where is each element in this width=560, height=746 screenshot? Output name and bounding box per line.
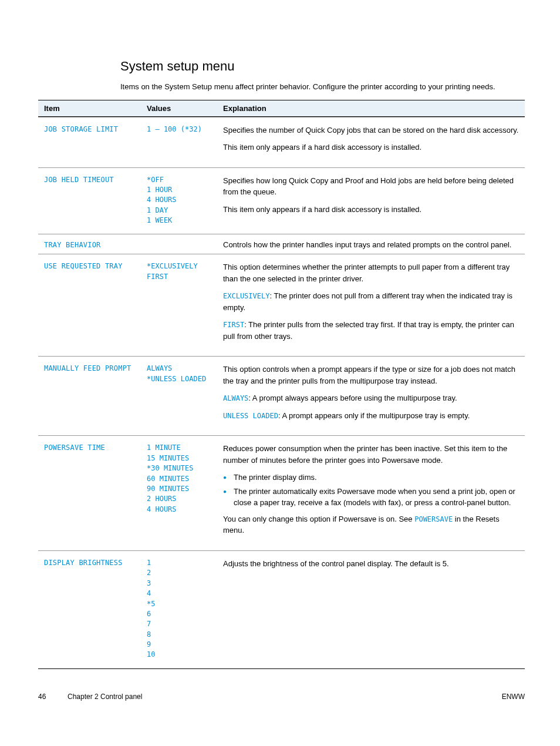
row-job-held-timeout: JOB HELD TIMEOUT *OFF 1 HOUR 4 HOURS 1 D… [38, 167, 525, 234]
item-label: TRAY BEHAVIOR [44, 241, 101, 249]
text: This item only appears if a hard disk ac… [223, 204, 519, 216]
enww-label: ENWW [490, 693, 525, 701]
text: You can only change this option if Power… [223, 515, 414, 523]
th-values: Values [147, 104, 223, 113]
th-explanation: Explanation [223, 104, 519, 113]
item-values: 1 – 100 (*32) [147, 125, 202, 133]
item-label: MANUALLY FEED PROMPT [44, 364, 131, 372]
item-explanation: Specifies how long Quick Copy and Proof … [223, 175, 519, 221]
item-explanation: This option determines whether the print… [223, 261, 519, 348]
item-values: *EXCLUSIVELY FIRST [147, 262, 198, 280]
text: This option determines whether the print… [223, 261, 519, 284]
text: : A prompt appears only if the multipurp… [278, 411, 470, 420]
item-label: USE REQUESTED TRAY [44, 262, 123, 270]
list-item: The printer automatically exits Powersav… [234, 486, 519, 509]
row-manually-feed-prompt: MANUALLY FEED PROMPT ALWAYS *UNLESS LOAD… [38, 356, 525, 435]
option-label: FIRST [223, 321, 244, 329]
chapter-label: Chapter 2 Control panel [68, 693, 490, 701]
row-powersave-time: POWERSAVE TIME 1 MINUTE 15 MINUTES *30 M… [38, 435, 525, 550]
item-label: JOB STORAGE LIMIT [44, 125, 118, 133]
text: EXCLUSIVELY: The printer does not pull f… [223, 290, 519, 313]
text: This item only appears if a hard disk ac… [223, 142, 519, 153]
item-explanation: This option controls when a prompt appea… [223, 364, 519, 427]
item-explanation: Adjusts the brightness of the control pa… [223, 558, 519, 576]
option-label: UNLESS LOADED [223, 412, 278, 420]
row-job-storage-limit: JOB STORAGE LIMIT 1 – 100 (*32) Specifie… [38, 117, 525, 167]
text: This option controls when a prompt appea… [223, 364, 519, 387]
item-explanation: Specifies the number of Quick Copy jobs … [223, 125, 519, 159]
section-title: System setup menu [120, 59, 525, 74]
text: ALWAYS: A prompt always appears before u… [223, 392, 519, 404]
text: FIRST: The printer pulls from the select… [223, 319, 519, 342]
list-item: The printer display dims. [234, 472, 519, 483]
page-number: 46 [38, 693, 62, 701]
item-explanation: Controls how the printer handles input t… [223, 240, 519, 249]
table-header: Item Values Explanation [38, 100, 525, 117]
item-label: POWERSAVE TIME [44, 443, 105, 452]
section-lead: Items on the System Setup menu affect pr… [120, 81, 525, 93]
item-values: *OFF 1 HOUR 4 HOURS 1 DAY 1 WEEK [147, 176, 177, 225]
row-tray-behavior: TRAY BEHAVIOR Controls how the printer h… [38, 234, 525, 254]
text: UNLESS LOADED: A prompt appears only if … [223, 410, 519, 422]
text: Specifies how long Quick Copy and Proof … [223, 175, 519, 198]
item-values: 1 MINUTE 15 MINUTES *30 MINUTES 60 MINUT… [147, 443, 193, 513]
item-values: ALWAYS *UNLESS LOADED [147, 364, 206, 382]
row-use-requested-tray: USE REQUESTED TRAY *EXCLUSIVELY FIRST Th… [38, 254, 525, 356]
option-label: EXCLUSIVELY [223, 292, 269, 300]
th-item: Item [44, 104, 147, 113]
item-values: 1 2 3 4 *5 6 7 8 9 10 [147, 559, 155, 659]
text: Specifies the number of Quick Copy jobs … [223, 125, 519, 136]
page-footer: 46 Chapter 2 Control panel ENWW [38, 693, 525, 724]
item-label: DISPLAY BRIGHTNESS [44, 559, 123, 567]
option-label: ALWAYS [223, 394, 248, 402]
text: : A prompt always appears before using t… [248, 394, 457, 402]
text: Reduces power consumption when the print… [223, 443, 519, 466]
cross-ref-link[interactable]: POWERSAVE [414, 515, 453, 523]
item-explanation: Reduces power consumption when the print… [223, 443, 519, 542]
text: You can only change this option if Power… [223, 513, 519, 536]
text: : The printer pulls from the selected tr… [223, 320, 514, 341]
text: Adjusts the brightness of the control pa… [223, 558, 519, 570]
row-display-brightness: DISPLAY BRIGHTNESS 1 2 3 4 *5 6 7 8 9 10… [38, 550, 525, 668]
item-label: JOB HELD TIMEOUT [44, 176, 114, 184]
bullet-list: The printer display dims. The printer au… [223, 472, 519, 509]
